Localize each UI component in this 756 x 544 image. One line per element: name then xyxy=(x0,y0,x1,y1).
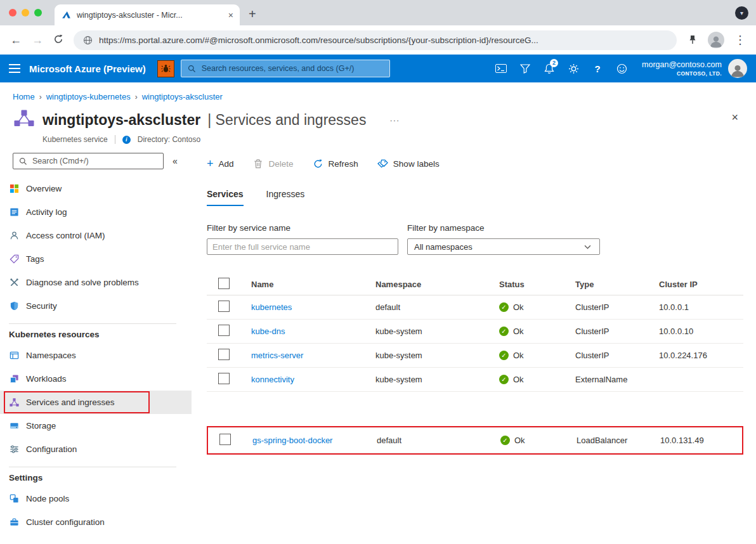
azure-brand[interactable]: Microsoft Azure (Preview) xyxy=(29,63,146,74)
account-email: morgan@contoso.com xyxy=(642,60,722,70)
table-row: kube-dns kube-system ✓ Ok ClusterIP 10.0… xyxy=(207,320,743,344)
breadcrumb-cluster[interactable]: wingtiptoys-akscluster xyxy=(142,92,223,101)
refresh-button[interactable]: Refresh xyxy=(313,159,358,169)
breadcrumb-separator: › xyxy=(135,93,138,101)
row-checkbox[interactable] xyxy=(218,373,230,384)
settings-gear-icon[interactable] xyxy=(562,57,585,80)
cell-cluster-ip: 10.0.0.10 xyxy=(659,327,743,336)
window-controls xyxy=(9,9,42,16)
notifications-bell-icon[interactable]: 2 xyxy=(538,57,561,80)
column-header-cluster-ip[interactable]: Cluster IP xyxy=(659,280,743,289)
back-button[interactable]: ← xyxy=(10,34,22,46)
status-text: Ok xyxy=(513,302,524,312)
window-close-button[interactable] xyxy=(9,9,16,16)
sidebar-collapse-icon[interactable]: « xyxy=(173,156,178,166)
breadcrumb-separator: › xyxy=(39,93,42,101)
sidebar-item-overview[interactable]: Overview xyxy=(0,177,192,200)
cell-type: LoadBalancer xyxy=(577,436,660,445)
globe-icon xyxy=(82,36,93,45)
sidebar-item-label: Node pools xyxy=(26,494,69,503)
service-link[interactable]: kubernetes xyxy=(251,302,292,312)
tab-close-icon[interactable]: × xyxy=(228,11,233,20)
browser-menu-icon[interactable]: ⋮ xyxy=(734,34,746,46)
sidebar-item-services-and-ingresses[interactable]: Services and ingresses xyxy=(0,391,192,414)
row-checkbox[interactable] xyxy=(218,325,230,336)
window-minimize-button[interactable] xyxy=(22,9,29,16)
browser-avatar[interactable] xyxy=(708,32,724,48)
sidebar-item-configuration[interactable]: Configuration xyxy=(0,437,192,461)
browser-tabstrip: wingtiptoys-akscluster - Micr... × + ▾ xyxy=(0,0,756,25)
row-checkbox[interactable] xyxy=(218,301,230,312)
directory-label: Directory: Contoso xyxy=(138,135,200,144)
configuration-icon xyxy=(9,444,20,454)
sidebar-item-label: Overview xyxy=(26,184,62,193)
breadcrumb-resource-group[interactable]: wingtiptoys-kubernetes xyxy=(46,92,131,101)
cell-status: ✓ Ok xyxy=(500,436,577,445)
namespace-dropdown[interactable]: All namespaces xyxy=(407,238,600,255)
select-all-checkbox[interactable] xyxy=(218,278,230,289)
cell-cluster-ip: 10.0.0.1 xyxy=(659,302,743,312)
help-icon[interactable]: ? xyxy=(586,57,609,80)
service-filter-label: Filter by service name xyxy=(207,223,398,233)
sidebar-item-cluster-configuration[interactable]: Cluster configuration xyxy=(0,510,192,534)
more-menu-icon[interactable]: ··· xyxy=(389,115,400,125)
breadcrumb-home[interactable]: Home xyxy=(13,92,35,101)
service-name-filter-input[interactable] xyxy=(207,238,398,255)
service-link[interactable]: konnectivity xyxy=(251,375,294,384)
add-button-label: Add xyxy=(219,159,234,169)
service-link[interactable]: metrics-server xyxy=(251,351,303,360)
tab-ingresses[interactable]: Ingresses xyxy=(266,189,305,206)
browser-profile-chevron-icon[interactable]: ▾ xyxy=(735,6,748,20)
pin-icon[interactable] xyxy=(687,35,698,45)
filters: Filter by service name Filter by namespa… xyxy=(207,223,743,255)
reload-button[interactable] xyxy=(53,34,63,46)
cell-namespace: default xyxy=(377,436,500,445)
sidebar-item-tags[interactable]: Tags xyxy=(0,247,192,271)
table-row: kubernetes default ✓ Ok ClusterIP 10.0.0… xyxy=(207,295,743,320)
forward-button[interactable]: → xyxy=(32,34,43,46)
sidebar-item-activity-log[interactable]: Activity log xyxy=(0,200,192,224)
column-header-status[interactable]: Status xyxy=(499,280,575,289)
sidebar-item-label: Workloads xyxy=(26,374,67,384)
cloud-shell-icon[interactable] xyxy=(490,57,512,80)
page-close-icon[interactable]: × xyxy=(731,112,738,123)
new-tab-button[interactable]: + xyxy=(249,8,256,20)
delete-button[interactable]: Delete xyxy=(253,159,294,169)
service-link[interactable]: kube-dns xyxy=(251,327,285,336)
feedback-smiley-icon[interactable] xyxy=(610,57,633,80)
sidebar-search-input[interactable] xyxy=(32,157,159,165)
show-labels-button[interactable]: Show labels xyxy=(377,159,440,169)
row-checkbox[interactable] xyxy=(218,349,230,360)
hamburger-menu-icon[interactable] xyxy=(9,64,20,73)
column-header-type[interactable]: Type xyxy=(575,280,659,289)
column-header-namespace[interactable]: Namespace xyxy=(375,280,499,289)
report-bug-icon[interactable] xyxy=(157,60,174,77)
sidebar-item-diagnose[interactable]: Diagnose and solve problems xyxy=(0,271,192,294)
page-title: wingtiptoys-akscluster xyxy=(42,112,200,129)
sidebar-item-workloads[interactable]: Workloads xyxy=(0,367,192,391)
sidebar-item-label: Configuration xyxy=(26,444,77,454)
sidebar-search-box[interactable] xyxy=(13,153,164,169)
row-checkbox[interactable] xyxy=(219,434,231,445)
page-header: wingtiptoys-akscluster | Services and in… xyxy=(0,101,756,144)
azure-search-box[interactable] xyxy=(181,60,390,77)
show-labels-label: Show labels xyxy=(393,159,440,169)
column-header-name[interactable]: Name xyxy=(251,280,375,289)
address-bar[interactable]: https://ms.portal.azure.com/#@microsoft.… xyxy=(74,30,677,50)
sidebar-item-security[interactable]: Security xyxy=(0,294,192,318)
browser-tab[interactable]: wingtiptoys-akscluster - Micr... × xyxy=(55,4,240,25)
sidebar-item-node-pools[interactable]: Node pools xyxy=(0,487,192,510)
window-zoom-button[interactable] xyxy=(34,9,42,16)
sidebar-item-namespaces[interactable]: Namespaces xyxy=(0,344,192,367)
service-link[interactable]: gs-spring-boot-docker xyxy=(252,436,332,445)
sidebar-item-access-control[interactable]: Access control (IAM) xyxy=(0,224,192,247)
account-avatar[interactable] xyxy=(728,59,747,78)
cell-namespace: kube-system xyxy=(375,375,499,384)
add-button[interactable]: + Add xyxy=(207,158,234,169)
sidebar-item-label: Tags xyxy=(26,254,44,264)
directory-filter-icon[interactable] xyxy=(514,57,537,80)
tab-services[interactable]: Services xyxy=(207,189,244,206)
azure-search-input[interactable] xyxy=(202,64,384,73)
account-menu[interactable]: morgan@contoso.com CONTOSO, LTD. xyxy=(642,60,722,77)
sidebar-item-storage[interactable]: Storage xyxy=(0,414,192,437)
